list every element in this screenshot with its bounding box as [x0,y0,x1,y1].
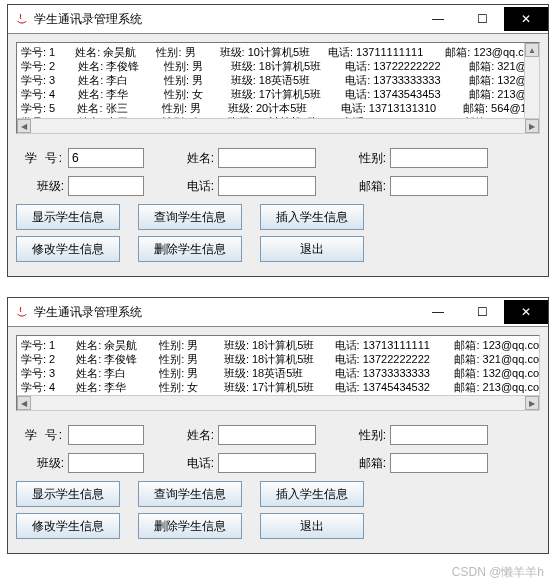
exit-button[interactable]: 退出 [260,513,364,539]
window-title: 学生通讯录管理系统 [34,304,416,321]
label-id: 学 号: [16,150,64,167]
maximize-button[interactable]: ☐ [460,7,504,31]
window-2: 学生通讯录管理系统 — ☐ ✕ 学号: 1姓名: 余昊航性别: 男班级: 18计… [7,297,549,554]
form: 学 号: 姓名: 性别: 班级: 电话: 邮箱: [16,148,540,196]
label-sex: 性别: [338,150,386,167]
maximize-button[interactable]: ☐ [460,300,504,324]
input-class[interactable] [68,453,144,473]
delete-button[interactable]: 删除学生信息 [138,236,242,262]
close-button[interactable]: ✕ [504,300,548,324]
minimize-button[interactable]: — [416,7,460,31]
table-row[interactable]: 学号: 4姓名: 李华性别: 女班级: 17计算机5班电话: 137435434… [21,87,539,101]
scrollbar-vertical[interactable]: ▲ [524,43,539,119]
window-buttons: — ☐ ✕ [416,300,548,324]
table-row[interactable]: 学号: 2姓名: 李俊锋性别: 男班级: 18计算机5班电话: 13722222… [21,352,539,366]
input-class[interactable] [68,176,144,196]
button-panel: 显示学生信息 查询学生信息 插入学生信息 修改学生信息 删除学生信息 退出 [16,481,540,539]
label-email: 邮箱: [338,455,386,472]
query-button[interactable]: 查询学生信息 [138,204,242,230]
input-email[interactable] [390,176,488,196]
insert-button[interactable]: 插入学生信息 [260,204,364,230]
content: 学号: 1姓名: 余昊航性别: 男班级: 18计算机5班电话: 13713111… [8,327,548,553]
query-button[interactable]: 查询学生信息 [138,481,242,507]
table-row[interactable]: 学号: 3姓名: 李白性别: 男班级: 18英语5班电话: 1373333333… [21,366,539,380]
input-id[interactable] [68,148,144,168]
table-row[interactable]: 学号: 1姓名: 余昊航性别: 男班级: 10计算机5班电话: 13711111… [21,45,539,59]
java-icon [14,11,30,27]
student-list[interactable]: ▲ 学号: 1姓名: 余昊航性别: 男班级: 10计算机5班电话: 137111… [16,42,540,134]
minimize-button[interactable]: — [416,300,460,324]
table-row[interactable]: 学号: 2姓名: 李俊锋性别: 男班级: 18计算机5班电话: 13722222… [21,59,539,73]
input-sex[interactable] [390,148,488,168]
watermark: CSDN @懒羊羊h [452,564,544,574]
label-id: 学 号: [16,427,64,444]
scrollbar-horizontal[interactable]: ◀▶ [17,395,539,410]
label-name: 姓名: [166,150,214,167]
window-1: 学生通讯录管理系统 — ☐ ✕ ▲ 学号: 1姓名: 余昊航性别: 男班级: 1… [7,4,549,277]
java-icon [14,304,30,320]
edit-button[interactable]: 修改学生信息 [16,236,120,262]
exit-button[interactable]: 退出 [260,236,364,262]
input-phone[interactable] [218,176,316,196]
label-email: 邮箱: [338,178,386,195]
scrollbar-horizontal[interactable]: ◀▶ [17,118,539,133]
student-list[interactable]: 学号: 1姓名: 余昊航性别: 男班级: 18计算机5班电话: 13713111… [16,335,540,411]
label-sex: 性别: [338,427,386,444]
show-button[interactable]: 显示学生信息 [16,481,120,507]
titlebar[interactable]: 学生通讯录管理系统 — ☐ ✕ [8,298,548,327]
input-email[interactable] [390,453,488,473]
table-row[interactable]: 学号: 1姓名: 余昊航性别: 男班级: 18计算机5班电话: 13713111… [21,338,539,352]
label-phone: 电话: [166,455,214,472]
label-class: 班级: [16,178,64,195]
titlebar[interactable]: 学生通讯录管理系统 — ☐ ✕ [8,5,548,34]
delete-button[interactable]: 删除学生信息 [138,513,242,539]
show-button[interactable]: 显示学生信息 [16,204,120,230]
label-phone: 电话: [166,178,214,195]
window-title: 学生通讯录管理系统 [34,11,416,28]
label-name: 姓名: [166,427,214,444]
form: 学 号: 姓名: 性别: 班级: 电话: 邮箱: [16,425,540,473]
window-buttons: — ☐ ✕ [416,7,548,31]
input-name[interactable] [218,148,316,168]
input-sex[interactable] [390,425,488,445]
insert-button[interactable]: 插入学生信息 [260,481,364,507]
table-row[interactable]: 学号: 3姓名: 李白性别: 男班级: 18英语5班电话: 1373333333… [21,73,539,87]
input-id[interactable] [68,425,144,445]
label-class: 班级: [16,455,64,472]
button-panel: 显示学生信息 查询学生信息 插入学生信息 修改学生信息 删除学生信息 退出 [16,204,540,262]
input-phone[interactable] [218,453,316,473]
content: ▲ 学号: 1姓名: 余昊航性别: 男班级: 10计算机5班电话: 137111… [8,34,548,276]
table-row[interactable]: 学号: 4姓名: 李华性别: 女班级: 17计算机5班电话: 137454345… [21,380,539,394]
input-name[interactable] [218,425,316,445]
edit-button[interactable]: 修改学生信息 [16,513,120,539]
table-row[interactable]: 学号: 5姓名: 张三性别: 男班级: 20计本5班电话: 1371313131… [21,101,539,115]
close-button[interactable]: ✕ [504,7,548,31]
